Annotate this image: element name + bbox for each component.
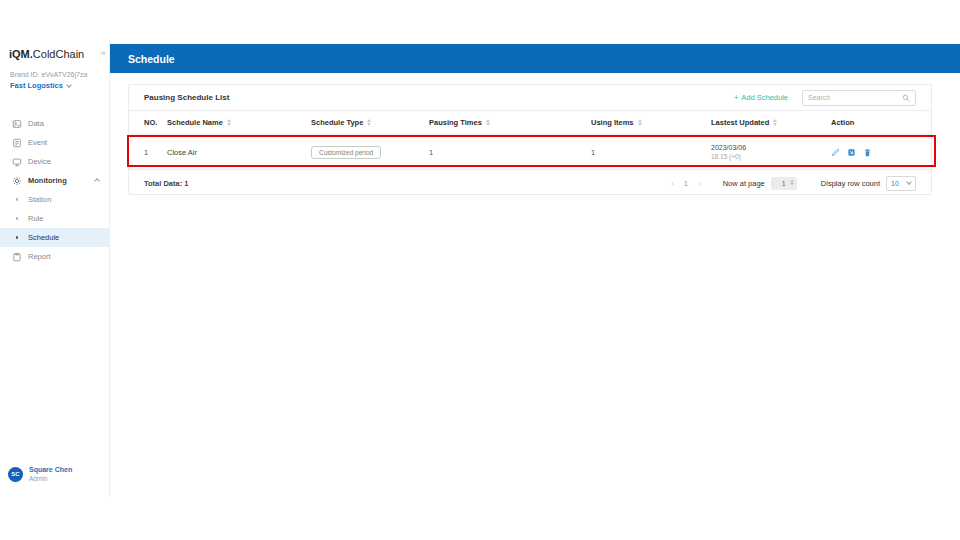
sidebar-item-schedule[interactable]: Schedule <box>0 228 109 247</box>
page-input-wrap <box>771 177 797 190</box>
updated-time: 18:15 (+0) <box>711 152 831 161</box>
cell-action <box>831 148 916 157</box>
sidebar-item-rule[interactable]: Rule <box>0 209 109 228</box>
chevron-down-icon <box>66 82 72 88</box>
col-lastest-updated[interactable]: Lastest Updated <box>711 118 831 127</box>
sidebar-item-label: Data <box>28 119 44 128</box>
sidebar-item-label: Schedule <box>28 233 59 242</box>
org-selector[interactable]: Fast Logostics <box>10 81 71 90</box>
col-action: Action <box>831 118 916 127</box>
schedule-type-badge: Customized period <box>311 146 381 159</box>
avatar: SC <box>8 467 23 482</box>
col-schedule-type[interactable]: Schedule Type <box>311 118 429 127</box>
sort-icon[interactable] <box>367 119 371 126</box>
sort-icon[interactable] <box>773 119 777 126</box>
sort-icon[interactable] <box>486 119 490 126</box>
cell-pausing-times: 1 <box>429 148 591 157</box>
display-row-count-label: Display row count <box>821 179 880 188</box>
sort-icon[interactable] <box>227 119 231 126</box>
sidebar-item-data[interactable]: Data <box>0 114 109 133</box>
bullet-icon <box>12 236 22 239</box>
table-footer: Total Data: 1 ‹ 1 › Now at page Display … <box>129 169 931 196</box>
bullet-icon <box>12 217 22 220</box>
now-at-page-label: Now at page <box>723 179 765 188</box>
sidebar-item-station[interactable]: Station <box>0 190 109 209</box>
sort-icon[interactable] <box>638 119 642 126</box>
stepper-icon[interactable] <box>790 180 794 186</box>
page-header: Schedule <box>110 44 960 73</box>
delete-icon[interactable] <box>863 148 872 157</box>
sidebar-item-device[interactable]: Device <box>0 152 109 171</box>
plus-icon: + <box>734 93 738 102</box>
table-header-row: NO. Schedule Name Schedule Type Pausing … <box>129 111 931 134</box>
cell-no: 1 <box>144 148 167 157</box>
logo-bold: iQM. <box>9 48 33 60</box>
pager-page-1[interactable]: 1 <box>684 179 688 188</box>
data-icon <box>12 119 22 129</box>
chevron-down-icon <box>906 179 912 185</box>
col-schedule-name[interactable]: Schedule Name <box>167 118 311 127</box>
table-row: 1 Close Air Customized period 1 1 2023/0… <box>129 134 931 169</box>
user-role: Admin <box>29 475 72 483</box>
device-icon <box>12 157 22 167</box>
row-count-select[interactable]: 10 <box>886 176 916 191</box>
col-no: NO. <box>144 118 167 127</box>
report-icon <box>12 252 22 262</box>
event-icon <box>12 138 22 148</box>
sidebar: iQM.ColdChain « Brand ID: eVvATV26j7za F… <box>0 40 110 497</box>
app-logo: iQM.ColdChain <box>9 48 84 60</box>
sidebar-collapse-icon[interactable]: « <box>101 49 106 58</box>
sidebar-item-monitoring[interactable]: Monitoring <box>0 171 109 190</box>
user-name: Square Chen <box>29 465 72 474</box>
sidebar-item-label: Event <box>28 138 47 147</box>
sidebar-item-event[interactable]: Event <box>0 133 109 152</box>
sidebar-item-label: Station <box>28 195 51 204</box>
updated-date: 2023/03/06 <box>711 143 831 153</box>
sidebar-menu: Data Event Device Monitoring Station <box>0 114 109 266</box>
add-schedule-button[interactable]: + Add Schedule <box>734 93 788 102</box>
brand-id: Brand ID: eVvATV26j7za <box>10 71 87 78</box>
sidebar-item-label: Monitoring <box>28 176 67 185</box>
chevron-up-icon <box>94 178 100 184</box>
row-count-value: 10 <box>891 180 907 187</box>
sidebar-item-label: Device <box>28 157 51 166</box>
cell-lastest-updated: 2023/03/06 18:15 (+0) <box>711 143 831 162</box>
cell-using-items: 1 <box>591 148 711 157</box>
logo-rest: ColdChain <box>33 48 84 60</box>
cell-schedule-name: Close Air <box>167 148 311 157</box>
col-pausing-times[interactable]: Pausing Times <box>429 118 591 127</box>
search-input[interactable] <box>808 94 902 101</box>
search-icon <box>902 94 910 102</box>
user-menu[interactable]: SC Square Chen Admin <box>8 465 72 483</box>
org-name: Fast Logostics <box>10 81 63 90</box>
sidebar-item-label: Rule <box>28 214 43 223</box>
sidebar-item-label: Report <box>28 252 51 261</box>
schedule-panel: Pausing Schedule List + Add Schedule NO.… <box>128 84 932 195</box>
col-using-items[interactable]: Using Items <box>591 118 711 127</box>
search-box[interactable] <box>802 90 916 106</box>
pager-next-icon[interactable]: › <box>698 179 701 188</box>
sidebar-item-report[interactable]: Report <box>0 247 109 266</box>
panel-header: Pausing Schedule List + Add Schedule <box>129 85 931 111</box>
bullet-icon <box>12 198 22 201</box>
page-title: Schedule <box>128 53 175 65</box>
edit-icon[interactable] <box>831 148 840 157</box>
app-root: iQM.ColdChain « Brand ID: eVvATV26j7za F… <box>0 0 960 540</box>
monitoring-icon <box>12 176 22 186</box>
record-icon[interactable] <box>847 148 856 157</box>
add-schedule-label: Add Schedule <box>741 93 788 102</box>
cell-schedule-type: Customized period <box>311 146 429 159</box>
total-data: Total Data: 1 <box>144 179 188 188</box>
pager-prev-icon[interactable]: ‹ <box>671 179 674 188</box>
panel-title: Pausing Schedule List <box>144 93 734 102</box>
